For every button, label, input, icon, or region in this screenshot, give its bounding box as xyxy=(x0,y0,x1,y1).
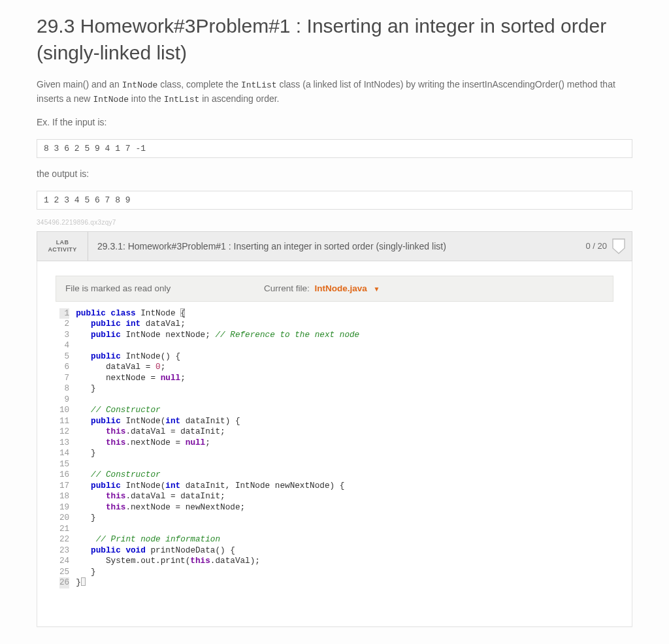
code-line: this.nextNode = newNextNode; xyxy=(76,502,359,513)
line-number: 24 xyxy=(59,556,69,567)
code-line: } xyxy=(76,567,359,578)
line-number-gutter: 1234567891011121314151617181920212223242… xyxy=(56,307,76,590)
code-line: public int dataVal; xyxy=(76,319,359,330)
code-line: public IntNode() { xyxy=(76,351,359,362)
line-number: 21 xyxy=(59,524,69,535)
line-number: 10 xyxy=(59,405,69,416)
line-number: 15 xyxy=(59,459,69,470)
problem-description: Given main() and an IntNode class, compl… xyxy=(37,78,632,106)
content-id: 345496.2219896.qx3zqy7 xyxy=(37,219,632,226)
line-number: 25 xyxy=(59,567,69,578)
desc-code: IntList xyxy=(241,80,277,90)
desc-code: IntNode xyxy=(93,95,129,105)
example-input-label: Ex. If the input is: xyxy=(37,116,632,130)
code-line: } xyxy=(76,513,359,524)
lab-activity-bar: LAB ACTIVITY 29.3.1: Homework#3Problem#1… xyxy=(37,231,632,261)
lab-activity-tag: LAB ACTIVITY xyxy=(37,232,88,261)
current-file-label: Current file: xyxy=(264,283,310,293)
code-line xyxy=(76,340,359,351)
code-line: this.dataVal = dataInit; xyxy=(76,427,359,438)
line-number: 16 xyxy=(59,470,69,481)
line-number: 17 xyxy=(59,481,69,492)
line-number: 1 xyxy=(59,308,69,319)
line-number: 5 xyxy=(59,351,69,362)
desc-part: class, complete the xyxy=(157,79,241,89)
code-line: } xyxy=(76,448,359,459)
code-line: // Print node information xyxy=(76,534,359,545)
example-output-box: 1 2 3 4 5 6 7 8 9 xyxy=(37,191,632,210)
code-line: System.out.print(this.dataVal); xyxy=(76,556,359,567)
desc-code: IntNode xyxy=(122,80,158,90)
code-line: public class IntNode { xyxy=(76,308,359,319)
line-number: 13 xyxy=(59,438,69,449)
readonly-label: File is marked as read only xyxy=(56,283,239,293)
line-number: 23 xyxy=(59,545,69,556)
line-number: 4 xyxy=(59,340,69,351)
chevron-down-icon: ▼ xyxy=(374,285,380,293)
code-area: 1234567891011121314151617181920212223242… xyxy=(56,307,613,590)
code-line: nextNode = null; xyxy=(76,373,359,384)
code-line: public IntNode(int dataInit, IntNode new… xyxy=(76,481,359,492)
example-output-label: the output is: xyxy=(37,167,632,182)
code-line: dataVal = 0; xyxy=(76,362,359,373)
desc-part: Given main() and an xyxy=(37,79,122,89)
code-line: this.dataVal = dataInit; xyxy=(76,491,359,502)
line-number: 7 xyxy=(59,373,69,384)
lab-score-text: 0 / 20 xyxy=(585,241,607,251)
line-number: 26 xyxy=(59,577,69,588)
current-file-name: IntNode.java xyxy=(315,283,367,293)
line-number: 14 xyxy=(59,448,69,459)
code-line: // Constructor xyxy=(76,405,359,416)
code-line: public IntNode nextNode; // Reference to… xyxy=(76,330,359,341)
line-number: 8 xyxy=(59,383,69,394)
line-number: 19 xyxy=(59,502,69,513)
line-number: 6 xyxy=(59,362,69,373)
shield-icon xyxy=(612,238,625,254)
code-line: } xyxy=(76,383,359,394)
code-editor-panel: File is marked as read only Current file… xyxy=(37,261,632,627)
desc-part: in ascending order. xyxy=(199,93,279,104)
line-number: 22 xyxy=(59,534,69,545)
line-number: 3 xyxy=(59,330,69,341)
desc-code: IntList xyxy=(164,95,200,105)
lab-tag-line1: LAB xyxy=(56,239,69,246)
code-line xyxy=(76,394,359,406)
line-number: 12 xyxy=(59,427,69,438)
code-line: } xyxy=(76,577,359,588)
file-bar: File is marked as read only Current file… xyxy=(56,276,613,302)
line-number: 2 xyxy=(59,319,69,330)
example-input-box: 8 3 6 2 5 9 4 1 7 -1 xyxy=(37,139,632,158)
lab-activity-title: 29.3.1: Homework#3Problem#1 : Inserting … xyxy=(88,232,579,261)
page-title: 29.3 Homework#3Problem#1 : Inserting an … xyxy=(37,13,632,66)
code-line xyxy=(76,524,359,535)
line-number: 20 xyxy=(59,513,69,524)
lab-tag-line2: ACTIVITY xyxy=(48,246,76,253)
code-content: public class IntNode { public int dataVa… xyxy=(76,307,359,590)
code-line xyxy=(76,459,359,470)
lab-score: 0 / 20 xyxy=(579,232,632,261)
code-line: public IntNode(int dataInit) { xyxy=(76,416,359,427)
code-line: public void printNodeData() { xyxy=(76,545,359,556)
line-number: 9 xyxy=(59,394,69,406)
line-number: 18 xyxy=(59,491,69,502)
code-line: // Constructor xyxy=(76,470,359,481)
line-number: 11 xyxy=(59,416,69,427)
code-line: this.nextNode = null; xyxy=(76,438,359,449)
current-file-selector[interactable]: Current file: IntNode.java ▼ xyxy=(239,283,613,293)
desc-part: into the xyxy=(129,93,164,104)
